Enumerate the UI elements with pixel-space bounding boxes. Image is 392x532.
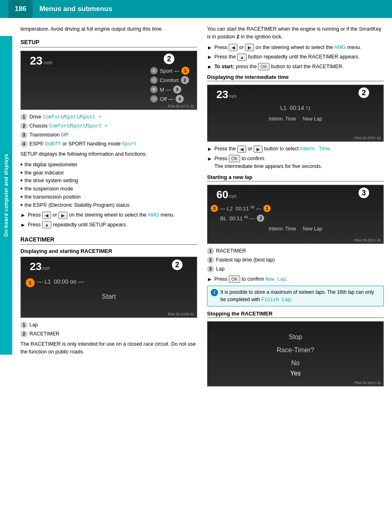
setup-diag-inner: 23 mph 2 C Sport — 1 C Comfort 2 — [21, 51, 197, 110]
kbd-left-1 — [42, 212, 51, 219]
bullet-suspension: the suspension mode — [20, 185, 197, 193]
newlap-text-1: RACETIMER — [216, 247, 246, 255]
newlap-row2: BL 00:11 60 — 2 — [211, 215, 264, 222]
setup-menu: C Sport — 1 C Comfort 2 ⚙ M — 3 — [150, 67, 189, 104]
kbd-ok-i2: OK — [229, 155, 240, 162]
setup-arrow-2-text: Press repeatedly until SETUP appears. — [28, 221, 127, 229]
setup-num-list: 1 Drive Comfort/Sport/Sport + 2 Chassis … — [20, 113, 197, 148]
bullet-speedometer: the digital speedometer — [20, 161, 197, 169]
rt-speed: 23 — [30, 260, 42, 273]
new-lap-label: New Lap — [265, 277, 286, 282]
rt-time-display: — L1 00:00 oo — — [37, 278, 84, 285]
racetimer-list-1: 1 Lap — [20, 321, 197, 329]
right-arrow-2: ► Press the button repeatedly until the … — [207, 53, 384, 61]
stopping-diagram: Stop Race-Timer? No Yes P54-33-3512-31 — [207, 321, 384, 387]
intro-text: temperature. Avoid driving at full engin… — [20, 25, 197, 33]
setup-menu-icon-1: C — [150, 67, 158, 74]
stop-diag-ref: P54-33-3512-31 — [354, 381, 381, 385]
arrow-sym-1: ► — [20, 211, 26, 219]
bullet-dot-4 — [20, 188, 22, 190]
arrow-sym-i1: ► — [207, 145, 212, 153]
newlap-num-3: 3 — [207, 266, 214, 273]
arrow-sym-nl: ► — [207, 275, 212, 284]
setup-num-1: 1 — [20, 114, 27, 121]
rt-start-label: Start — [21, 293, 197, 300]
newlap-diag-ref: P54-33-3511-31 — [354, 238, 381, 242]
setup-arrow-2: ► Press repeatedly until SETUP appears. — [20, 221, 197, 229]
newlap-diagram: 60 mph 3 3 — L2 00:11 90 — 1 BL 00:11 60… — [207, 185, 384, 244]
bullet-dot-1 — [20, 163, 22, 165]
interm-extra: The intermediate time appears for five s… — [214, 163, 322, 169]
right-arrow-2-text: Press the button repeatedly until the RA… — [214, 53, 360, 61]
intermediate-diagram: 23 mph 2 L1 00:14 71 Interm. Time New La… — [207, 85, 384, 142]
setup-num-4: 4 — [20, 141, 27, 148]
setup-diag-ref: P54-33-3771-31 — [168, 104, 194, 108]
right-arrow-1-text: Press or on the steering wheel to select… — [214, 44, 361, 51]
interm-diag-ref: P54-33-3767-31 — [354, 136, 381, 140]
setup-sport-1: Sport — [65, 114, 80, 120]
setup-menu-badge-4: 4 — [176, 95, 184, 103]
setup-menu-badge-1: 1 — [181, 67, 189, 75]
setup-list-item-4: 4 ESP® On/Off or SPORT handling mode Spo… — [20, 140, 197, 148]
interm-arrow-2-text: Press OK to confirm.The intermediate tim… — [214, 155, 322, 170]
header-title: Menus and submenus — [39, 5, 112, 13]
kbd-up-r2 — [237, 54, 247, 61]
setup-menu-label-2: Comfort — [160, 77, 178, 83]
rt-num-2: 2 — [20, 331, 27, 338]
newlap-text-3: Lap — [216, 265, 225, 273]
setup-off: Off — [52, 141, 61, 147]
setup-speed: 23 — [30, 54, 42, 67]
newlap-speed: 60 — [216, 188, 228, 201]
info-icon: i — [211, 289, 218, 296]
newlap-text-2: Fastest lap time (best lap) — [216, 256, 275, 264]
setup-menu-badge-2: 2 — [181, 76, 189, 84]
newlap-row1-badge1: 1 — [263, 205, 271, 212]
setup-num-2: 2 — [20, 123, 27, 130]
rt-list-text-2: RACETIMER — [29, 330, 60, 338]
newlap-list-3: 3 Lap — [207, 265, 384, 273]
setup-comfort-2: Comfort — [49, 123, 69, 129]
newlap-divider — [207, 181, 384, 181]
stop-line-3: No — [291, 357, 299, 370]
bullet-dot-6 — [20, 204, 22, 206]
setup-list-item-3: 3 Transmission D/M — [20, 131, 197, 139]
setup-num-3: 3 — [20, 132, 27, 139]
right-intro: You can start the RACETIMER when the eng… — [207, 25, 384, 41]
setup-sport-2: Sport — [71, 123, 86, 129]
rt-badge: 2 — [172, 259, 183, 270]
amg-1: AMG — [147, 212, 159, 218]
setup-d: D — [61, 132, 64, 138]
interm-badge: 2 — [359, 87, 369, 98]
newlap-badge: 3 — [359, 188, 369, 198]
newlap-num-1: 1 — [207, 248, 214, 255]
left-col: temperature. Avoid driving at full engin… — [20, 25, 197, 524]
newlap-title: Starting a new lap — [207, 174, 384, 180]
bullet-dot-5 — [20, 196, 22, 198]
header-bar: 186 Menus and submenus — [0, 0, 392, 18]
arrow-sym-r2: ► — [207, 53, 212, 61]
newlap-row1-text: — L2 00:11 90 — — [220, 205, 261, 212]
kbd-ok-r3: OK — [258, 63, 270, 70]
setup-divider — [20, 47, 197, 47]
stopping-title: Stopping the RACETIMER — [207, 311, 384, 317]
info-text: It is possible to store a maximum of six… — [220, 288, 380, 304]
setup-menu-icon-3: ⚙ — [150, 86, 158, 93]
stop-line-2: Race-Timer? — [277, 344, 314, 357]
page-number: 186 — [8, 0, 33, 18]
setup-list-text-3: Transmission D/M — [29, 131, 68, 139]
newlap-speed-unit: mph — [229, 194, 236, 199]
intermediate-title: Displaying the intermediate time — [207, 74, 384, 80]
setup-sportplus-1: Sport + — [81, 114, 101, 120]
right-arrow-3-text: To start: press the OK button to start t… — [214, 63, 344, 71]
to-start-label: To start: — [214, 64, 234, 69]
newlap-list: 1 RACETIMER 2 Fastest lap time (best lap… — [207, 247, 384, 273]
bullet-esp: the ESP® (Electronic Stability Program) … — [20, 201, 197, 209]
setup-list-text-1: Drive Comfort/Sport/Sport + — [29, 113, 101, 121]
kbd-left-i1 — [237, 145, 246, 153]
interm-arrow-2: ► Press OK to confirm.The intermediate t… — [207, 155, 384, 170]
interm-speed: 23 — [216, 88, 228, 101]
bullet-gear: the gear indicator — [20, 169, 197, 177]
interm-diag-inner: 23 mph 2 L1 00:14 71 Interm. Time New La… — [207, 85, 383, 141]
kbd-right-r1 — [245, 44, 254, 51]
setup-menu-label-4: Off — — [160, 96, 174, 102]
